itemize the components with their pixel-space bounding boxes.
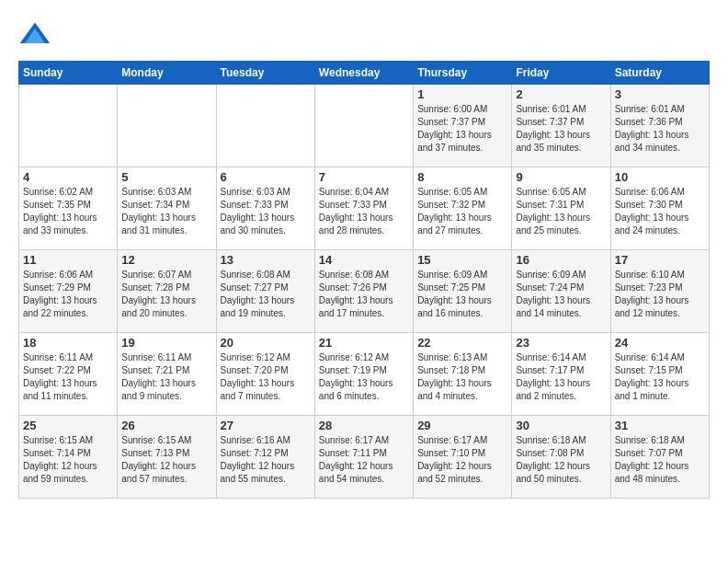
calendar-cell: 16Sunrise: 6:09 AM Sunset: 7:24 PM Dayli… <box>512 250 610 333</box>
calendar-week-4: 18Sunrise: 6:11 AM Sunset: 7:22 PM Dayli… <box>19 333 710 416</box>
calendar-cell: 3Sunrise: 6:01 AM Sunset: 7:36 PM Daylig… <box>610 85 709 167</box>
calendar-cell: 20Sunrise: 6:12 AM Sunset: 7:20 PM Dayli… <box>216 333 314 416</box>
day-number: 17 <box>615 253 705 267</box>
day-number: 22 <box>417 336 507 350</box>
logo <box>18 18 57 52</box>
calendar-week-3: 11Sunrise: 6:06 AM Sunset: 7:29 PM Dayli… <box>19 250 710 333</box>
calendar-cell: 24Sunrise: 6:14 AM Sunset: 7:15 PM Dayli… <box>610 333 709 416</box>
calendar-cell <box>19 85 118 167</box>
calendar-cell: 18Sunrise: 6:11 AM Sunset: 7:22 PM Dayli… <box>19 333 118 416</box>
cell-content: Sunrise: 6:08 AM Sunset: 7:26 PM Dayligh… <box>319 269 409 320</box>
calendar-cell: 21Sunrise: 6:12 AM Sunset: 7:19 PM Dayli… <box>314 333 413 416</box>
calendar-cell: 19Sunrise: 6:11 AM Sunset: 7:21 PM Dayli… <box>118 333 216 416</box>
calendar-cell: 9Sunrise: 6:05 AM Sunset: 7:31 PM Daylig… <box>512 167 610 250</box>
day-number: 18 <box>23 336 113 350</box>
calendar-cell: 23Sunrise: 6:14 AM Sunset: 7:17 PM Dayli… <box>512 333 610 416</box>
calendar-cell: 25Sunrise: 6:15 AM Sunset: 7:14 PM Dayli… <box>19 416 118 499</box>
cell-content: Sunrise: 6:06 AM Sunset: 7:30 PM Dayligh… <box>615 186 705 237</box>
day-number: 8 <box>417 170 507 184</box>
calendar-cell: 17Sunrise: 6:10 AM Sunset: 7:23 PM Dayli… <box>610 250 709 333</box>
calendar-table: SundayMondayTuesdayWednesdayThursdayFrid… <box>18 61 710 499</box>
calendar-cell: 10Sunrise: 6:06 AM Sunset: 7:30 PM Dayli… <box>610 167 709 250</box>
cell-content: Sunrise: 6:09 AM Sunset: 7:24 PM Dayligh… <box>516 269 606 320</box>
day-number: 10 <box>615 170 705 184</box>
cell-content: Sunrise: 6:10 AM Sunset: 7:23 PM Dayligh… <box>615 269 705 320</box>
calendar-week-1: 1Sunrise: 6:00 AM Sunset: 7:37 PM Daylig… <box>19 85 710 167</box>
calendar-cell: 11Sunrise: 6:06 AM Sunset: 7:29 PM Dayli… <box>19 250 118 333</box>
day-number: 14 <box>319 253 409 267</box>
day-number: 15 <box>417 253 507 267</box>
calendar-cell: 15Sunrise: 6:09 AM Sunset: 7:25 PM Dayli… <box>414 250 512 333</box>
day-number: 19 <box>121 336 211 350</box>
cell-content: Sunrise: 6:03 AM Sunset: 7:33 PM Dayligh… <box>221 186 311 237</box>
cell-content: Sunrise: 6:15 AM Sunset: 7:13 PM Dayligh… <box>121 434 211 486</box>
day-number: 26 <box>121 419 211 432</box>
cell-content: Sunrise: 6:13 AM Sunset: 7:18 PM Dayligh… <box>417 351 507 403</box>
day-number: 5 <box>121 170 211 184</box>
calendar-cell: 8Sunrise: 6:05 AM Sunset: 7:32 PM Daylig… <box>414 167 512 250</box>
cell-content: Sunrise: 6:14 AM Sunset: 7:15 PM Dayligh… <box>615 351 705 403</box>
day-number: 30 <box>516 419 606 432</box>
cell-content: Sunrise: 6:12 AM Sunset: 7:20 PM Dayligh… <box>221 351 311 403</box>
calendar-week-5: 25Sunrise: 6:15 AM Sunset: 7:14 PM Dayli… <box>19 416 710 499</box>
calendar-cell: 1Sunrise: 6:00 AM Sunset: 7:37 PM Daylig… <box>414 85 512 167</box>
calendar-cell: 12Sunrise: 6:07 AM Sunset: 7:28 PM Dayli… <box>118 250 216 333</box>
day-number: 13 <box>221 253 311 267</box>
calendar-cell: 5Sunrise: 6:03 AM Sunset: 7:34 PM Daylig… <box>118 167 216 250</box>
cell-content: Sunrise: 6:01 AM Sunset: 7:36 PM Dayligh… <box>615 103 705 155</box>
cell-content: Sunrise: 6:16 AM Sunset: 7:12 PM Dayligh… <box>221 434 311 486</box>
day-header-thursday: Thursday <box>414 62 512 85</box>
day-header-sunday: Sunday <box>19 62 118 85</box>
cell-content: Sunrise: 6:18 AM Sunset: 7:08 PM Dayligh… <box>516 434 606 486</box>
calendar-cell: 13Sunrise: 6:08 AM Sunset: 7:27 PM Dayli… <box>216 250 314 333</box>
cell-content: Sunrise: 6:17 AM Sunset: 7:11 PM Dayligh… <box>319 434 409 486</box>
day-number: 4 <box>23 170 113 184</box>
day-number: 9 <box>516 170 606 184</box>
cell-content: Sunrise: 6:00 AM Sunset: 7:37 PM Dayligh… <box>417 103 507 155</box>
calendar-cell: 6Sunrise: 6:03 AM Sunset: 7:33 PM Daylig… <box>216 167 314 250</box>
cell-content: Sunrise: 6:01 AM Sunset: 7:37 PM Dayligh… <box>516 103 606 155</box>
calendar-cell: 31Sunrise: 6:18 AM Sunset: 7:07 PM Dayli… <box>610 416 709 499</box>
calendar-cell <box>118 85 216 167</box>
day-number: 1 <box>417 87 507 101</box>
calendar-cell <box>314 85 413 167</box>
day-number: 24 <box>615 336 705 350</box>
day-header-saturday: Saturday <box>610 62 709 85</box>
calendar-cell: 27Sunrise: 6:16 AM Sunset: 7:12 PM Dayli… <box>216 416 314 499</box>
cell-content: Sunrise: 6:12 AM Sunset: 7:19 PM Dayligh… <box>319 351 409 403</box>
day-header-monday: Monday <box>118 62 216 85</box>
day-number: 16 <box>516 253 606 267</box>
day-number: 31 <box>615 419 705 432</box>
cell-content: Sunrise: 6:11 AM Sunset: 7:22 PM Dayligh… <box>23 351 113 403</box>
calendar-cell: 22Sunrise: 6:13 AM Sunset: 7:18 PM Dayli… <box>414 333 512 416</box>
calendar-cell <box>216 85 314 167</box>
cell-content: Sunrise: 6:18 AM Sunset: 7:07 PM Dayligh… <box>615 434 705 486</box>
cell-content: Sunrise: 6:14 AM Sunset: 7:17 PM Dayligh… <box>516 351 606 403</box>
day-header-friday: Friday <box>512 62 610 85</box>
day-number: 23 <box>516 336 606 350</box>
day-number: 28 <box>319 419 409 432</box>
cell-content: Sunrise: 6:05 AM Sunset: 7:32 PM Dayligh… <box>417 186 507 237</box>
cell-content: Sunrise: 6:11 AM Sunset: 7:21 PM Dayligh… <box>121 351 211 403</box>
day-header-wednesday: Wednesday <box>314 62 413 85</box>
calendar-cell: 29Sunrise: 6:17 AM Sunset: 7:10 PM Dayli… <box>414 416 512 499</box>
calendar-cell: 7Sunrise: 6:04 AM Sunset: 7:33 PM Daylig… <box>314 167 413 250</box>
cell-content: Sunrise: 6:07 AM Sunset: 7:28 PM Dayligh… <box>121 269 211 320</box>
day-number: 7 <box>319 170 409 184</box>
calendar-cell: 14Sunrise: 6:08 AM Sunset: 7:26 PM Dayli… <box>314 250 413 333</box>
cell-content: Sunrise: 6:04 AM Sunset: 7:33 PM Dayligh… <box>319 186 409 237</box>
cell-content: Sunrise: 6:09 AM Sunset: 7:25 PM Dayligh… <box>417 269 507 320</box>
day-header-tuesday: Tuesday <box>216 62 314 85</box>
day-number: 11 <box>23 253 113 267</box>
calendar-cell: 4Sunrise: 6:02 AM Sunset: 7:35 PM Daylig… <box>19 167 118 250</box>
calendar-cell: 30Sunrise: 6:18 AM Sunset: 7:08 PM Dayli… <box>512 416 610 499</box>
calendar-cell: 2Sunrise: 6:01 AM Sunset: 7:37 PM Daylig… <box>512 85 610 167</box>
calendar-cell: 26Sunrise: 6:15 AM Sunset: 7:13 PM Dayli… <box>118 416 216 499</box>
day-number: 29 <box>417 419 507 432</box>
day-number: 6 <box>221 170 311 184</box>
logo-icon <box>18 18 51 52</box>
day-number: 25 <box>23 419 113 432</box>
page-header <box>18 18 710 52</box>
cell-content: Sunrise: 6:05 AM Sunset: 7:31 PM Dayligh… <box>516 186 606 237</box>
cell-content: Sunrise: 6:17 AM Sunset: 7:10 PM Dayligh… <box>417 434 507 486</box>
